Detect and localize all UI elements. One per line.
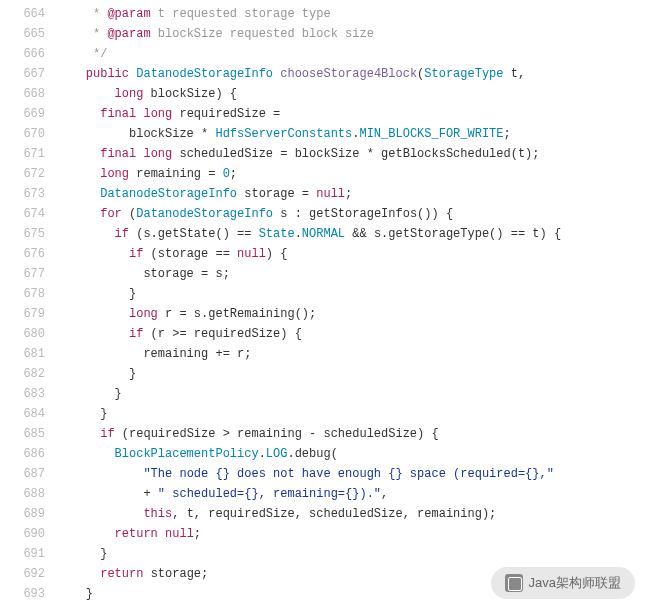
code-line: } [57,544,645,564]
code-line: blockSize * HdfsServerConstants.MIN_BLOC… [57,124,645,144]
code-line: final long requiredSize = [57,104,645,124]
line-number: 690 [0,524,45,544]
wechat-source-badge: Java架构师联盟 [491,567,635,599]
line-number: 675 [0,224,45,244]
code-line: final long scheduledSize = blockSize * g… [57,144,645,164]
line-number: 676 [0,244,45,264]
code-line: long remaining = 0; [57,164,645,184]
line-number: 680 [0,324,45,344]
line-number-gutter: 6646656666676686696706716726736746756766… [0,0,57,613]
code-line: BlockPlacementPolicy.LOG.debug( [57,444,645,464]
line-number: 683 [0,384,45,404]
code-line: * @param t requested storage type [57,4,645,24]
code-line: long r = s.getRemaining(); [57,304,645,324]
code-line: for (DatanodeStorageInfo s : getStorageI… [57,204,645,224]
line-number: 692 [0,564,45,584]
code-line: long blockSize) { [57,84,645,104]
line-number: 670 [0,124,45,144]
line-number: 674 [0,204,45,224]
line-number: 671 [0,144,45,164]
code-snippet-view: 6646656666676686696706716726736746756766… [0,0,645,613]
line-number: 682 [0,364,45,384]
code-line: storage = s; [57,264,645,284]
line-number: 669 [0,104,45,124]
line-number: 693 [0,584,45,604]
code-line: */ [57,44,645,64]
code-line: "The node {} does not have enough {} spa… [57,464,645,484]
code-line: if (r >= requiredSize) { [57,324,645,344]
code-line: + " scheduled={}, remaining={}).", [57,484,645,504]
code-line: if (requiredSize > remaining - scheduled… [57,424,645,444]
code-line: } [57,404,645,424]
code-line: if (storage == null) { [57,244,645,264]
line-number: 688 [0,484,45,504]
line-number: 679 [0,304,45,324]
code-line: return null; [57,524,645,544]
line-number: 685 [0,424,45,444]
line-number: 668 [0,84,45,104]
line-number: 665 [0,24,45,44]
line-number: 684 [0,404,45,424]
code-line: } [57,284,645,304]
line-number: 664 [0,4,45,24]
line-number: 672 [0,164,45,184]
code-line: public DatanodeStorageInfo chooseStorage… [57,64,645,84]
line-number: 673 [0,184,45,204]
line-number: 687 [0,464,45,484]
line-number: 686 [0,444,45,464]
code-body: * @param t requested storage type * @par… [57,0,645,613]
line-number: 677 [0,264,45,284]
line-number: 667 [0,64,45,84]
code-line: } [57,364,645,384]
code-line: DatanodeStorageInfo storage = null; [57,184,645,204]
code-line: } [57,384,645,404]
code-line: remaining += r; [57,344,645,364]
code-line: * @param blockSize requested block size [57,24,645,44]
code-line: if (s.getState() == State.NORMAL && s.ge… [57,224,645,244]
line-number: 681 [0,344,45,364]
line-number: 691 [0,544,45,564]
code-line: this, t, requiredSize, scheduledSize, re… [57,504,645,524]
badge-label: Java架构师联盟 [529,573,621,593]
wechat-icon [505,574,523,592]
line-number: 666 [0,44,45,64]
line-number: 689 [0,504,45,524]
line-number: 678 [0,284,45,304]
